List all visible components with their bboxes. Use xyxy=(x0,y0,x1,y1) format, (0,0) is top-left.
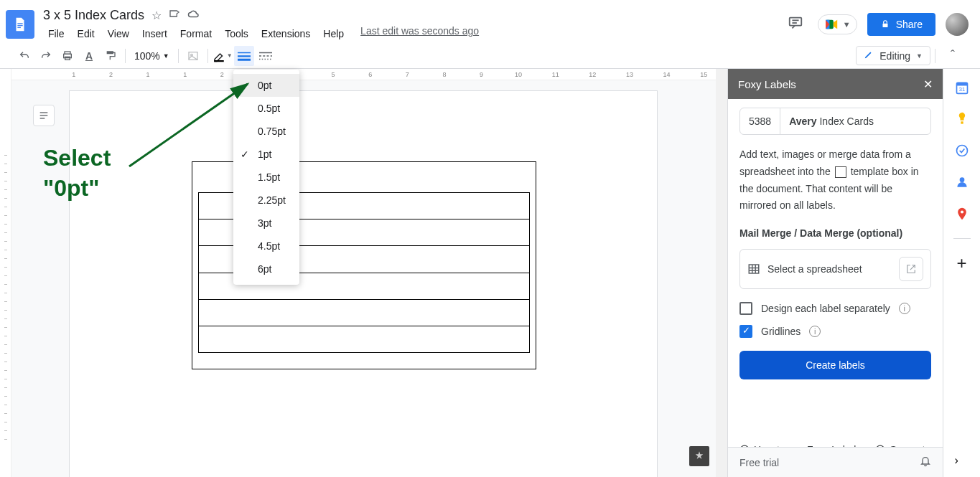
svg-rect-3 xyxy=(790,18,802,26)
bell-icon[interactable] xyxy=(920,455,931,469)
gridlines-checkbox[interactable] xyxy=(739,325,752,338)
table-row[interactable] xyxy=(198,299,530,326)
svg-rect-8 xyxy=(882,24,887,27)
meet-button[interactable]: ▼ xyxy=(818,14,857,34)
info-icon[interactable]: i xyxy=(899,303,910,314)
svg-rect-1 xyxy=(17,25,22,26)
svg-rect-15 xyxy=(238,52,251,53)
share-button[interactable]: Share xyxy=(867,13,935,36)
panel-title: Foxy Labels xyxy=(738,78,796,90)
dropdown-item-3pt[interactable]: 3pt xyxy=(233,212,299,235)
calendar-icon[interactable]: 31 xyxy=(955,80,969,95)
menu-extensions[interactable]: Extensions xyxy=(256,25,315,42)
dropdown-item-4.5pt[interactable]: 4.5pt xyxy=(233,235,299,258)
label-type: Index Cards xyxy=(819,115,873,127)
right-rail: 31 + › xyxy=(943,69,980,477)
explore-button[interactable] xyxy=(689,446,709,466)
menu-help[interactable]: Help xyxy=(318,25,349,42)
maps-icon[interactable] xyxy=(955,207,969,221)
svg-rect-0 xyxy=(17,23,22,24)
last-edit-link[interactable]: Last edit was seconds ago xyxy=(360,25,479,42)
svg-rect-16 xyxy=(238,55,251,57)
ruler-vertical xyxy=(0,69,11,477)
svg-rect-24 xyxy=(749,265,759,273)
svg-rect-35 xyxy=(961,121,963,123)
gridlines-label: Gridlines xyxy=(761,326,801,337)
editing-mode-button[interactable]: Editing ▼ xyxy=(856,46,930,65)
label-template-chip[interactable]: 5388 Avery Index Cards xyxy=(739,108,931,135)
collapse-rail-icon[interactable]: › xyxy=(955,454,969,468)
select-spreadsheet-button[interactable]: Select a spreadsheet xyxy=(739,249,931,289)
undo-button[interactable] xyxy=(14,46,34,66)
scrollbar-vertical[interactable] xyxy=(716,69,727,477)
border-width-button[interactable] xyxy=(234,46,254,66)
move-icon[interactable] xyxy=(169,8,180,22)
redo-button[interactable] xyxy=(36,46,56,66)
svg-rect-17 xyxy=(238,58,251,60)
menu-format[interactable]: Format xyxy=(175,25,217,42)
ruler-horizontal: 121123456789101112131415 xyxy=(11,69,716,80)
svg-rect-14 xyxy=(214,60,224,62)
svg-rect-33 xyxy=(956,82,967,85)
menu-insert[interactable]: Insert xyxy=(137,25,172,42)
print-button[interactable] xyxy=(57,46,78,66)
dropdown-item-2.25pt[interactable]: 2.25pt xyxy=(233,189,299,212)
spellcheck-button[interactable]: A xyxy=(79,46,99,66)
svg-point-38 xyxy=(960,210,963,213)
trial-label: Free trial xyxy=(739,457,779,468)
open-spreadsheet-icon[interactable] xyxy=(899,257,923,281)
menu-file[interactable]: File xyxy=(43,25,70,42)
share-label: Share xyxy=(896,19,923,30)
select-spreadsheet-label: Select a spreadsheet xyxy=(767,263,862,275)
template-box-icon xyxy=(835,166,846,178)
contacts-icon[interactable] xyxy=(955,175,969,189)
svg-rect-2 xyxy=(17,27,21,28)
menu-bar: File Edit View Insert Format Tools Exten… xyxy=(43,25,479,42)
zoom-value: 100% xyxy=(134,50,160,62)
zoom-select[interactable]: 100%▼ xyxy=(130,50,174,62)
document-area[interactable]: 121123456789101112131415 xyxy=(11,69,716,477)
comments-icon[interactable] xyxy=(783,11,808,38)
dropdown-item-6pt[interactable]: 6pt xyxy=(233,258,299,280)
border-color-button[interactable]: ▼ xyxy=(213,46,233,66)
hide-panel-button[interactable]: ˆ xyxy=(940,48,966,63)
menu-edit[interactable]: Edit xyxy=(73,25,100,42)
svg-point-37 xyxy=(959,177,964,182)
annotation-text: Select"0pt" xyxy=(43,143,111,203)
svg-rect-11 xyxy=(65,57,70,60)
svg-point-36 xyxy=(956,146,967,156)
svg-line-39 xyxy=(129,84,248,166)
tasks-icon[interactable] xyxy=(955,143,969,158)
editing-label: Editing xyxy=(879,50,910,62)
doc-title[interactable]: 3 x 5 Index Cards xyxy=(43,8,144,23)
panel-description: Add text, images or merge data from a sp… xyxy=(739,146,931,214)
design-each-label: Design each label separately xyxy=(761,303,890,314)
merge-section-title: Mail Merge / Data Merge (optional) xyxy=(739,227,931,239)
label-brand: Avery xyxy=(789,115,816,127)
pencil-icon xyxy=(864,49,874,62)
label-code: 5388 xyxy=(740,108,780,134)
svg-text:31: 31 xyxy=(958,86,964,93)
docs-logo[interactable] xyxy=(6,10,34,39)
add-icon[interactable]: + xyxy=(955,256,969,270)
info-icon[interactable]: i xyxy=(809,326,821,337)
star-icon[interactable]: ☆ xyxy=(151,9,162,22)
menu-view[interactable]: View xyxy=(103,25,134,42)
annotation-arrow xyxy=(122,73,266,174)
keep-icon[interactable] xyxy=(955,112,969,126)
cloud-icon[interactable] xyxy=(187,9,200,22)
menu-tools[interactable]: Tools xyxy=(220,25,253,42)
table-row[interactable] xyxy=(198,326,530,353)
border-dash-button[interactable] xyxy=(256,46,276,66)
create-labels-button[interactable]: Create labels xyxy=(739,351,931,379)
design-each-checkbox[interactable] xyxy=(739,302,752,315)
close-icon[interactable]: ✕ xyxy=(923,77,933,91)
foxy-labels-panel: Foxy Labels ✕ 5388 Avery Index Cards Add… xyxy=(727,69,943,477)
outline-toggle-button[interactable] xyxy=(33,105,55,126)
insert-image-button[interactable] xyxy=(183,46,203,66)
avatar[interactable] xyxy=(946,13,969,36)
paint-format-button[interactable] xyxy=(101,46,121,66)
